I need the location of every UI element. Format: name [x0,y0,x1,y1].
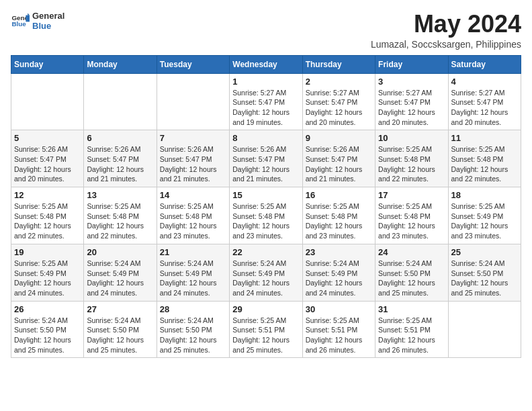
day-number: 18 [451,190,518,200]
weekday-header-row: SundayMondayTuesdayWednesdayThursdayFrid… [11,55,521,73]
calendar-cell: 24Sunrise: 5:24 AM Sunset: 5:50 PM Dayli… [375,244,448,301]
day-number: 29 [232,304,299,314]
calendar-cell: 16Sunrise: 5:25 AM Sunset: 5:48 PM Dayli… [302,187,375,244]
day-info: Sunrise: 5:25 AM Sunset: 5:51 PM Dayligh… [378,316,445,355]
day-number: 26 [14,304,81,314]
day-number: 8 [232,133,299,143]
calendar-cell: 5Sunrise: 5:26 AM Sunset: 5:47 PM Daylig… [11,130,84,187]
day-info: Sunrise: 5:25 AM Sunset: 5:48 PM Dayligh… [451,144,518,184]
week-row-3: 12Sunrise: 5:25 AM Sunset: 5:48 PM Dayli… [11,187,521,244]
calendar-cell: 9Sunrise: 5:26 AM Sunset: 5:47 PM Daylig… [302,130,375,187]
calendar-cell: 2Sunrise: 5:27 AM Sunset: 5:47 PM Daylig… [302,73,375,130]
day-info: Sunrise: 5:25 AM Sunset: 5:48 PM Dayligh… [14,201,81,241]
day-number: 22 [232,247,299,257]
day-number: 5 [14,133,81,143]
day-info: Sunrise: 5:25 AM Sunset: 5:48 PM Dayligh… [160,201,226,241]
day-info: Sunrise: 5:26 AM Sunset: 5:47 PM Dayligh… [306,144,372,184]
weekday-header-saturday: Saturday [448,55,521,73]
week-row-4: 19Sunrise: 5:25 AM Sunset: 5:49 PM Dayli… [11,244,521,301]
day-info: Sunrise: 5:25 AM Sunset: 5:48 PM Dayligh… [378,201,445,241]
weekday-header-thursday: Thursday [302,55,375,73]
calendar-cell: 11Sunrise: 5:25 AM Sunset: 5:48 PM Dayli… [448,130,521,187]
calendar-cell [84,73,157,130]
calendar-cell: 20Sunrise: 5:24 AM Sunset: 5:49 PM Dayli… [84,244,157,301]
day-info: Sunrise: 5:24 AM Sunset: 5:49 PM Dayligh… [160,259,226,298]
calendar-cell: 12Sunrise: 5:25 AM Sunset: 5:48 PM Dayli… [11,187,84,244]
calendar-cell: 8Sunrise: 5:26 AM Sunset: 5:47 PM Daylig… [230,130,302,187]
weekday-header-friday: Friday [375,55,448,73]
day-number: 4 [451,77,518,87]
day-number: 2 [306,77,372,87]
day-number: 30 [306,304,372,314]
week-row-2: 5Sunrise: 5:26 AM Sunset: 5:47 PM Daylig… [11,130,521,187]
calendar-cell: 26Sunrise: 5:24 AM Sunset: 5:50 PM Dayli… [11,301,84,358]
day-info: Sunrise: 5:24 AM Sunset: 5:50 PM Dayligh… [451,259,518,298]
month-title: May 2024 [371,11,521,38]
day-number: 1 [232,77,299,87]
calendar-cell: 23Sunrise: 5:24 AM Sunset: 5:49 PM Dayli… [302,244,375,301]
day-number: 28 [160,304,226,314]
calendar-cell: 31Sunrise: 5:25 AM Sunset: 5:51 PM Dayli… [375,301,448,358]
week-row-5: 26Sunrise: 5:24 AM Sunset: 5:50 PM Dayli… [11,301,521,358]
day-number: 27 [87,304,153,314]
week-row-1: 1Sunrise: 5:27 AM Sunset: 5:47 PM Daylig… [11,73,521,130]
svg-marker-2 [26,15,30,22]
day-number: 23 [306,247,372,257]
calendar-cell: 19Sunrise: 5:25 AM Sunset: 5:49 PM Dayli… [11,244,84,301]
day-info: Sunrise: 5:27 AM Sunset: 5:47 PM Dayligh… [378,88,445,128]
day-info: Sunrise: 5:24 AM Sunset: 5:50 PM Dayligh… [14,316,81,355]
calendar-cell: 15Sunrise: 5:25 AM Sunset: 5:48 PM Dayli… [230,187,302,244]
calendar-cell: 6Sunrise: 5:26 AM Sunset: 5:47 PM Daylig… [84,130,157,187]
logo-blue-text: Blue [32,21,64,31]
day-info: Sunrise: 5:25 AM Sunset: 5:49 PM Dayligh… [451,201,518,241]
day-number: 21 [160,247,226,257]
day-info: Sunrise: 5:24 AM Sunset: 5:50 PM Dayligh… [87,316,153,355]
day-info: Sunrise: 5:25 AM Sunset: 5:48 PM Dayligh… [232,201,299,241]
calendar-cell: 7Sunrise: 5:26 AM Sunset: 5:47 PM Daylig… [157,130,229,187]
day-number: 9 [306,133,372,143]
calendar-cell: 29Sunrise: 5:25 AM Sunset: 5:51 PM Dayli… [230,301,302,358]
title-block: May 2024 Lumazal, Soccsksargen, Philippi… [371,11,521,50]
day-number: 16 [306,190,372,200]
day-number: 20 [87,247,153,257]
day-number: 6 [87,133,153,143]
weekday-header-wednesday: Wednesday [230,55,302,73]
calendar-cell: 22Sunrise: 5:24 AM Sunset: 5:49 PM Dayli… [230,244,302,301]
calendar-cell [157,73,229,130]
day-info: Sunrise: 5:26 AM Sunset: 5:47 PM Dayligh… [14,144,81,184]
calendar-cell: 14Sunrise: 5:25 AM Sunset: 5:48 PM Dayli… [157,187,229,244]
day-info: Sunrise: 5:25 AM Sunset: 5:48 PM Dayligh… [306,201,372,241]
calendar-cell [448,301,521,358]
day-info: Sunrise: 5:25 AM Sunset: 5:49 PM Dayligh… [14,259,81,298]
calendar-cell: 4Sunrise: 5:27 AM Sunset: 5:47 PM Daylig… [448,73,521,130]
logo-icon: General Blue [11,11,30,30]
weekday-header-monday: Monday [84,55,157,73]
calendar-cell: 21Sunrise: 5:24 AM Sunset: 5:49 PM Dayli… [157,244,229,301]
day-number: 12 [14,190,81,200]
day-number: 14 [160,190,226,200]
calendar-cell: 27Sunrise: 5:24 AM Sunset: 5:50 PM Dayli… [84,301,157,358]
location-text: Lumazal, Soccsksargen, Philippines [371,39,521,50]
day-number: 25 [451,247,518,257]
weekday-header-sunday: Sunday [11,55,84,73]
day-info: Sunrise: 5:26 AM Sunset: 5:47 PM Dayligh… [232,144,299,184]
logo-general-text: General [32,11,64,21]
day-info: Sunrise: 5:25 AM Sunset: 5:51 PM Dayligh… [232,316,299,355]
calendar-table: SundayMondayTuesdayWednesdayThursdayFrid… [11,55,521,359]
day-number: 11 [451,133,518,143]
page-header: General Blue General Blue May 2024 Lumaz… [11,11,521,50]
day-info: Sunrise: 5:25 AM Sunset: 5:48 PM Dayligh… [87,201,153,241]
calendar-cell: 10Sunrise: 5:25 AM Sunset: 5:48 PM Dayli… [375,130,448,187]
day-info: Sunrise: 5:24 AM Sunset: 5:50 PM Dayligh… [160,316,226,355]
calendar-cell: 13Sunrise: 5:25 AM Sunset: 5:48 PM Dayli… [84,187,157,244]
day-number: 3 [378,77,445,87]
calendar-cell: 28Sunrise: 5:24 AM Sunset: 5:50 PM Dayli… [157,301,229,358]
calendar-cell [11,73,84,130]
calendar-cell: 30Sunrise: 5:25 AM Sunset: 5:51 PM Dayli… [302,301,375,358]
day-info: Sunrise: 5:24 AM Sunset: 5:49 PM Dayligh… [87,259,153,298]
calendar-cell: 17Sunrise: 5:25 AM Sunset: 5:48 PM Dayli… [375,187,448,244]
day-number: 15 [232,190,299,200]
day-number: 17 [378,190,445,200]
day-info: Sunrise: 5:27 AM Sunset: 5:47 PM Dayligh… [306,88,372,128]
day-info: Sunrise: 5:24 AM Sunset: 5:49 PM Dayligh… [232,259,299,298]
